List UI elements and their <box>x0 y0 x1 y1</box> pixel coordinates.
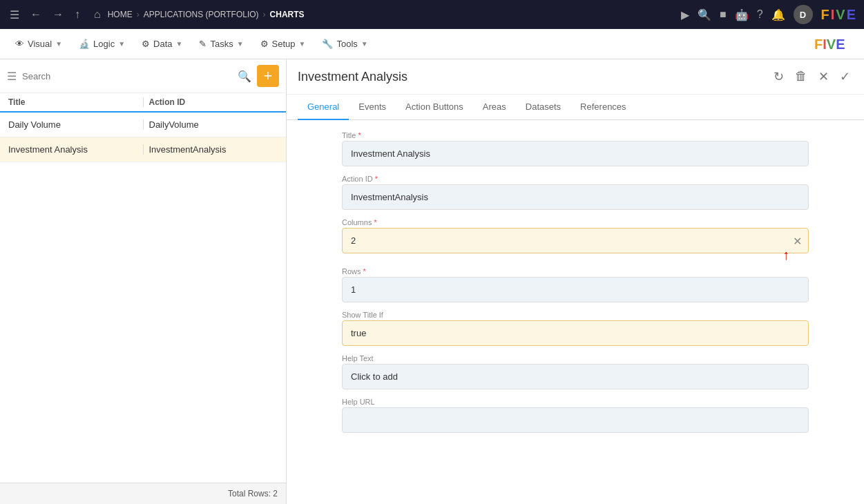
arrow-indicator: ↑ <box>783 247 789 263</box>
second-nav: 👁 Visual ▼ 🔬 Logic ▼ ⚙ Data ▼ ✎ Tasks ▼ … <box>0 29 864 59</box>
back-icon[interactable]: ← <box>28 6 44 23</box>
rows-input[interactable] <box>342 277 809 302</box>
tab-action-buttons[interactable]: Action Buttons <box>396 95 473 120</box>
list-row[interactable]: Investment Analysis InvestmentAnalysis <box>0 137 286 162</box>
forward-icon[interactable]: → <box>50 6 66 23</box>
chevron-down-icon: ▼ <box>118 40 125 48</box>
tab-references[interactable]: References <box>570 95 635 120</box>
columns-input-wrapper: ✕ ↑ <box>342 228 809 253</box>
tab-areas[interactable]: Areas <box>473 95 516 120</box>
columns-field-group: Columns * ✕ ↑ <box>342 218 809 253</box>
help-url-field-group: Help URL <box>342 398 809 433</box>
list-header: Title Action ID <box>0 93 286 113</box>
search-icon[interactable]: 🔍 <box>238 70 251 83</box>
help-text-label: Help Text <box>342 354 809 362</box>
header-title: Title <box>8 97 137 107</box>
help-url-input[interactable] <box>342 407 809 433</box>
stop-icon[interactable]: ■ <box>720 8 727 21</box>
action-id-input[interactable] <box>342 184 809 210</box>
breadcrumb-charts[interactable]: CHARTS <box>270 10 305 19</box>
form-area: Title * Action ID * Columns * <box>287 120 864 504</box>
save-icon[interactable]: ✓ <box>837 68 853 86</box>
logic-icon: 🔬 <box>79 39 90 49</box>
left-panel: ☰ 🔍 + Title Action ID Daily Volume Daily… <box>0 59 287 504</box>
delete-icon[interactable]: 🗑 <box>792 68 810 86</box>
row-action-id: InvestmentAnalysis <box>149 144 278 155</box>
five-logo: FIVE <box>821 7 857 23</box>
action-id-field-group: Action ID * <box>342 175 809 210</box>
right-header: Investment Analysis ↻ 🗑 ✕ ✓ <box>287 59 864 95</box>
filter-icon[interactable]: ☰ <box>7 70 17 83</box>
nav-setup[interactable]: ⚙ Setup ▼ <box>253 35 313 53</box>
tab-events[interactable]: Events <box>349 95 396 120</box>
help-circle-icon[interactable]: ? <box>757 8 763 21</box>
title-field-group: Title * <box>342 131 809 166</box>
tabs: General Events Action Buttons Areas Data… <box>287 95 864 120</box>
required-marker: * <box>374 218 376 226</box>
nav-tasks[interactable]: ✎ Tasks ▼ <box>192 35 250 53</box>
columns-input[interactable] <box>342 228 809 253</box>
help-text-input[interactable] <box>342 364 809 389</box>
breadcrumb-portfolio[interactable]: APPLICATIONS (PORTFOLIO) <box>144 10 259 19</box>
column-divider <box>143 144 144 155</box>
nav-visual[interactable]: 👁 Visual ▼ <box>8 35 69 53</box>
nav-data[interactable]: ⚙ Data ▼ <box>135 35 189 53</box>
rows-label: Rows * <box>342 267 809 275</box>
help-text-field-group: Help Text <box>342 354 809 389</box>
five-logo-right: FIVE <box>814 37 856 52</box>
tasks-icon: ✎ <box>199 39 207 49</box>
five-logo-svg: FIVE <box>814 37 856 52</box>
top-nav: ☰ ← → ↑ ⌂ HOME › APPLICATIONS (PORTFOLIO… <box>0 0 864 29</box>
home-icon: ⌂ <box>91 6 104 23</box>
chevron-down-icon: ▼ <box>299 40 306 48</box>
breadcrumb-home[interactable]: HOME <box>108 10 133 19</box>
eye-icon: 👁 <box>15 39 24 49</box>
bot-icon[interactable]: 🤖 <box>735 8 749 21</box>
gear-icon: ⚙ <box>260 39 269 49</box>
show-title-if-input[interactable] <box>342 320 809 346</box>
right-panel: Investment Analysis ↻ 🗑 ✕ ✓ General Even… <box>287 59 864 504</box>
title-label: Title * <box>342 131 809 139</box>
avatar[interactable]: D <box>794 5 813 24</box>
row-title: Investment Analysis <box>8 144 137 155</box>
required-marker: * <box>358 131 361 139</box>
title-input[interactable] <box>342 141 809 166</box>
chevron-down-icon: ▼ <box>237 40 244 48</box>
chevron-down-icon: ▼ <box>361 40 368 48</box>
list-row[interactable]: Daily Volume DailyVolume <box>0 113 286 137</box>
required-marker: * <box>375 175 378 183</box>
column-divider <box>143 119 144 130</box>
chevron-down-icon: ▼ <box>176 40 183 48</box>
bell-icon[interactable]: 🔔 <box>771 8 785 21</box>
clear-columns-icon[interactable]: ✕ <box>793 234 802 247</box>
required-marker: * <box>363 267 366 275</box>
tab-datasets[interactable]: Datasets <box>516 95 570 120</box>
columns-label: Columns * <box>342 218 809 226</box>
up-icon[interactable]: ↑ <box>72 6 83 23</box>
list-table: Title Action ID Daily Volume DailyVolume… <box>0 93 286 483</box>
header-action-id: Action ID <box>149 97 278 107</box>
main-layout: ☰ 🔍 + Title Action ID Daily Volume Daily… <box>0 59 864 504</box>
sync-icon[interactable]: ↻ <box>771 68 787 86</box>
search-circle-icon[interactable]: 🔍 <box>698 8 711 21</box>
tools-icon: 🔧 <box>322 39 333 49</box>
nav-logic[interactable]: 🔬 Logic ▼ <box>72 35 132 53</box>
row-action-id: DailyVolume <box>149 119 278 130</box>
menu-icon[interactable]: ☰ <box>7 6 22 24</box>
nav-tools[interactable]: 🔧 Tools ▼ <box>315 35 374 53</box>
search-bar: ☰ 🔍 + <box>0 59 286 93</box>
row-title: Daily Volume <box>8 119 137 130</box>
column-divider <box>143 97 144 107</box>
rows-field-group: Rows * <box>342 267 809 302</box>
add-button[interactable]: + <box>257 65 279 87</box>
action-id-label: Action ID * <box>342 175 809 183</box>
tab-general[interactable]: General <box>298 95 349 120</box>
search-input[interactable] <box>22 71 232 81</box>
play-icon[interactable]: ▶ <box>681 8 689 21</box>
close-icon[interactable]: ✕ <box>816 68 832 86</box>
grid-icon: ⚙ <box>142 39 150 49</box>
show-title-if-label: Show Title If <box>342 311 809 319</box>
show-title-if-field-group: Show Title If <box>342 311 809 346</box>
breadcrumb: ⌂ HOME › APPLICATIONS (PORTFOLIO) › CHAR… <box>91 6 305 23</box>
top-right-icons: ▶ 🔍 ■ 🤖 ? 🔔 D FIVE <box>681 5 857 24</box>
